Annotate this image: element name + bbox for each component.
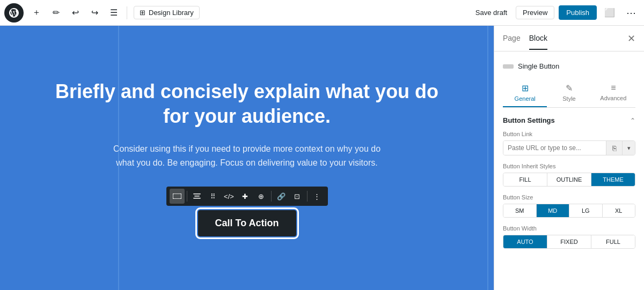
size-sm-button[interactable]: SM	[503, 204, 537, 217]
right-panel: Page Block ✕ Single Button ⊞ General ✎ S…	[494, 26, 644, 290]
inherit-outline-button[interactable]: OUTLINE	[547, 173, 591, 186]
button-width-label: Button Width	[503, 225, 635, 232]
button-size-label: Button Size	[503, 194, 635, 200]
design-library-label: Design Library	[149, 9, 194, 17]
style-label: Style	[562, 95, 575, 102]
canvas-heading: Briefly and concisely explain what you d…	[43, 79, 451, 130]
single-button-header: Single Button	[503, 58, 635, 75]
top-toolbar: ＋ ✏ ↩ ↪ ☰ ⊞ Design Library Save draft Pr…	[0, 0, 644, 26]
block-tool-plus2-button[interactable]: ⊕	[254, 189, 269, 204]
publish-button[interactable]: Publish	[559, 5, 597, 20]
style-icon: ✎	[566, 83, 573, 93]
width-full-button[interactable]: FULL	[591, 235, 635, 248]
tab-style[interactable]: ✎ Style	[547, 79, 591, 107]
general-icon: ⊞	[522, 83, 529, 93]
svg-rect-0	[173, 194, 181, 199]
design-library-button[interactable]: ⊞ Design Library	[134, 6, 200, 19]
block-tool-link-button[interactable]: 🔗	[274, 189, 289, 204]
view-toggle-button[interactable]: ⬜	[601, 4, 618, 21]
block-tool-plus1-button[interactable]: ✚	[238, 189, 253, 204]
canvas-wrapper: Briefly and concisely explain what you d…	[0, 26, 494, 290]
url-dropdown-button[interactable]: ▾	[622, 141, 635, 155]
toolbar-right: Save draft Preview Publish ⬜ ⋯	[471, 4, 640, 21]
size-xl-button[interactable]: XL	[603, 204, 635, 217]
svg-rect-2	[194, 196, 200, 197]
block-tool-align-button[interactable]	[189, 189, 204, 204]
single-button-label: Single Button	[518, 62, 559, 70]
canvas-subtext: Consider using this if you need to provi…	[107, 142, 386, 169]
more-options-button[interactable]: ⋯	[623, 4, 640, 21]
block-toolbar: ⠿ </> ✚ ⊕ 🔗 ⊡ ⋮	[166, 187, 328, 206]
tab-general[interactable]: ⊞ General	[503, 79, 547, 107]
design-library-icon: ⊞	[140, 9, 145, 17]
size-lg-button[interactable]: LG	[569, 204, 603, 217]
svg-rect-3	[193, 198, 201, 199]
block-tool-divider	[187, 191, 187, 202]
width-auto-button[interactable]: AUTO	[503, 235, 547, 248]
settings-chevron-icon[interactable]: ⌃	[630, 117, 635, 124]
add-block-button[interactable]: ＋	[28, 4, 45, 21]
cta-button[interactable]: Call To Action	[198, 210, 296, 236]
edit-tool-button[interactable]: ✏	[47, 4, 64, 21]
block-tool-divider3	[307, 191, 308, 202]
button-link-label: Button Link	[503, 131, 635, 137]
block-tool-button-button[interactable]	[170, 189, 185, 204]
button-settings-header: Button Settings ⌃	[503, 116, 635, 124]
panel-header: Page Block ✕	[494, 26, 644, 51]
canvas: Briefly and concisely explain what you d…	[0, 26, 494, 290]
toolbar-divider	[127, 6, 127, 19]
redo-button[interactable]: ↪	[86, 4, 103, 21]
advanced-label: Advanced	[600, 95, 626, 101]
block-tool-more-button[interactable]: ⋮	[310, 189, 325, 204]
block-tool-image-button[interactable]: ⊡	[290, 189, 305, 204]
url-input[interactable]	[503, 141, 606, 155]
preview-button[interactable]: Preview	[516, 6, 554, 19]
inherit-styles-label: Button Inherit Styles	[503, 163, 635, 169]
size-md-button[interactable]: MD	[537, 204, 570, 217]
tab-page[interactable]: Page	[503, 27, 521, 50]
sub-tabs: ⊞ General ✎ Style ≡ Advanced	[503, 79, 635, 108]
general-label: General	[515, 95, 536, 102]
block-tool-divider2	[271, 191, 272, 202]
panel-body: Single Button ⊞ General ✎ Style ≡ Advanc…	[494, 51, 644, 290]
button-settings-title: Button Settings	[503, 116, 555, 124]
single-button-icon	[503, 64, 514, 69]
advanced-icon: ≡	[611, 83, 616, 93]
inherit-fill-button[interactable]: FILL	[503, 173, 547, 186]
save-draft-button[interactable]: Save draft	[471, 6, 511, 19]
list-view-button[interactable]: ☰	[105, 4, 122, 21]
inherit-theme-button[interactable]: THEME	[591, 173, 635, 186]
tab-block[interactable]: Block	[529, 27, 547, 50]
panel-close-button[interactable]: ✕	[627, 33, 635, 44]
undo-button[interactable]: ↩	[67, 4, 84, 21]
tab-advanced[interactable]: ≡ Advanced	[591, 79, 635, 107]
button-width-group: AUTO FIXED FULL	[503, 235, 635, 249]
svg-rect-1	[193, 194, 201, 195]
url-open-button[interactable]: ⎘	[606, 141, 622, 155]
url-input-row: ⎘ ▾	[503, 140, 635, 155]
wp-logo[interactable]	[4, 3, 24, 23]
inherit-styles-group: FILL OUTLINE THEME	[503, 173, 635, 187]
block-tool-dots-button[interactable]: ⠿	[206, 189, 221, 204]
button-size-group: SM MD LG XL	[503, 204, 635, 218]
block-tool-code-button[interactable]: </>	[222, 189, 237, 204]
main-area: Briefly and concisely explain what you d…	[0, 26, 644, 290]
width-fixed-button[interactable]: FIXED	[547, 235, 591, 248]
